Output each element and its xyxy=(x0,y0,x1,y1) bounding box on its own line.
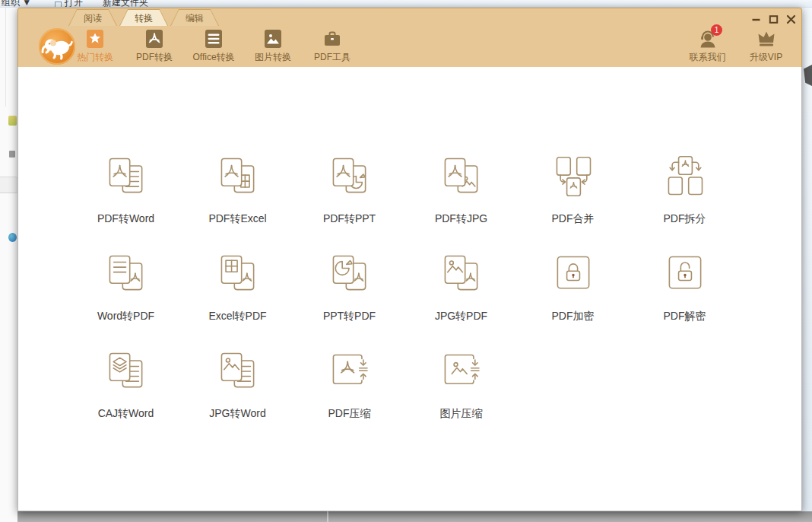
pdf-page-icon xyxy=(145,29,163,49)
tab-convert[interactable]: 转换 xyxy=(119,9,168,26)
tool-word-to-pdf[interactable]: Word转PDF xyxy=(70,251,182,349)
explorer-new-folder-button[interactable]: 新建文件夹 xyxy=(103,0,148,8)
pdf-split-icon xyxy=(662,154,708,199)
panel-edge xyxy=(0,177,17,193)
close-icon xyxy=(786,14,796,24)
file-icon xyxy=(9,151,15,158)
notification-badge: 1 xyxy=(711,24,722,36)
globe-icon xyxy=(8,233,17,242)
pdf-encrypt-icon xyxy=(550,251,596,297)
desktop-bottom-strip xyxy=(17,511,812,522)
tool-pdf-merge[interactable]: PDF合并 xyxy=(517,154,629,251)
pdf-converter-window: 阅读 转换 编辑 xyxy=(17,8,802,511)
tab-edit[interactable]: 编辑 xyxy=(170,9,219,26)
tool-pdf-to-jpg[interactable]: PDF转JPG xyxy=(405,154,517,251)
tool-excel-to-pdf[interactable]: Excel转PDF xyxy=(182,251,293,349)
minimize-icon xyxy=(751,14,761,24)
tool-grid: PDF转Word PDF转Excel xyxy=(70,154,741,446)
explorer-toolbar-strip: 组织 ▼ 打开 新建文件夹 xyxy=(0,0,812,8)
desktop-right-edge xyxy=(802,8,812,511)
folder-icon xyxy=(8,116,17,126)
tool-pdf-decrypt[interactable]: PDF解密 xyxy=(629,251,741,349)
open-file-icon xyxy=(55,2,62,8)
maximize-icon xyxy=(769,14,779,24)
tool-pdf-to-word[interactable]: PDF转Word xyxy=(70,154,182,251)
tab-read[interactable]: 阅读 xyxy=(68,9,117,26)
minimize-button[interactable] xyxy=(750,14,762,24)
pdf-to-jpg-icon xyxy=(439,154,484,199)
bottom-divider xyxy=(327,511,328,522)
nav-office-conversion[interactable]: Office转换 xyxy=(184,29,243,64)
maximize-button[interactable] xyxy=(768,14,779,24)
explorer-left-edge xyxy=(0,8,17,522)
pane-divider xyxy=(5,8,6,107)
window-controls xyxy=(750,14,797,24)
window-header: 阅读 转换 编辑 xyxy=(17,8,802,67)
jpg-to-word-icon xyxy=(215,349,261,394)
pdf-compress-icon xyxy=(327,349,373,394)
tool-jpg-to-pdf[interactable]: JPG转PDF xyxy=(405,251,517,349)
explorer-open-button[interactable]: 打开 xyxy=(65,0,83,8)
image-compress-icon xyxy=(439,349,484,394)
pdf-to-ppt-icon xyxy=(327,154,373,199)
pdf-to-excel-icon xyxy=(215,154,261,199)
tool-pdf-encrypt[interactable]: PDF加密 xyxy=(517,251,629,349)
nav-pdf-tools[interactable]: PDF工具 xyxy=(303,29,362,64)
excel-to-pdf-icon xyxy=(215,251,261,297)
nav-image-conversion[interactable]: 图片转换 xyxy=(243,29,303,64)
jpg-to-pdf-icon xyxy=(439,251,484,297)
tool-pdf-split[interactable]: PDF拆分 xyxy=(629,154,741,251)
nav-hot-conversion[interactable]: 热门转换 xyxy=(65,29,125,64)
word-to-pdf-icon xyxy=(103,251,149,297)
close-button[interactable] xyxy=(785,14,797,24)
conversion-grid-panel: PDF转Word PDF转Excel xyxy=(17,67,802,511)
screen: 组织 ▼ 打开 新建文件夹 阅读 转换 编辑 xyxy=(0,0,812,522)
pdf-decrypt-icon xyxy=(662,251,708,297)
briefcase-icon xyxy=(323,29,341,49)
star-page-icon xyxy=(86,29,104,49)
office-page-icon xyxy=(205,29,223,49)
image-page-icon xyxy=(264,29,282,49)
desktop-icon-fragment xyxy=(804,65,812,86)
tool-pdf-to-ppt[interactable]: PDF转PPT xyxy=(293,154,405,251)
contact-us-button[interactable]: 1 联系我们 xyxy=(678,29,737,64)
account-area: 1 联系我们 升级VIP xyxy=(678,29,795,64)
ppt-to-pdf-icon xyxy=(327,251,373,297)
mode-tabs: 阅读 转换 编辑 xyxy=(68,9,219,26)
pdf-merge-icon xyxy=(550,154,596,199)
tool-pdf-to-excel[interactable]: PDF转Excel xyxy=(182,154,293,251)
crown-icon xyxy=(756,29,776,49)
tool-pdf-compress[interactable]: PDF压缩 xyxy=(293,349,405,446)
tool-image-compress[interactable]: 图片压缩 xyxy=(405,349,517,446)
caj-to-word-icon xyxy=(103,349,149,394)
tool-ppt-to-pdf[interactable]: PPT转PDF xyxy=(293,251,405,349)
nav-pdf-conversion[interactable]: PDF转换 xyxy=(125,29,184,64)
upgrade-vip-button[interactable]: 升级VIP xyxy=(737,29,795,64)
category-nav: 热门转换 PDF转换 Office转换 xyxy=(65,29,362,64)
explorer-organize-button[interactable]: 组织 ▼ xyxy=(2,0,31,8)
tool-caj-to-word[interactable]: CAJ转Word xyxy=(70,349,182,446)
tool-jpg-to-word[interactable]: JPG转Word xyxy=(182,349,293,446)
pdf-to-word-icon xyxy=(103,154,149,199)
